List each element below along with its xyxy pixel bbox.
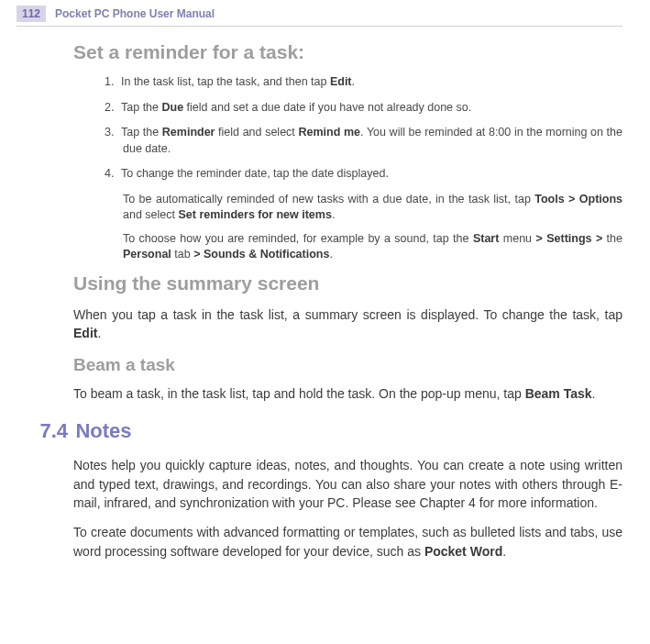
body-notes-2: To create documents with advanced format… <box>73 523 622 561</box>
step-item: 3.Tap the Reminder field and select Remi… <box>123 125 622 157</box>
extra-note: To be automatically reminded of new task… <box>123 192 622 224</box>
step-num: 1. <box>105 74 121 91</box>
step-item: 4.To change the reminder date, tap the d… <box>123 166 622 183</box>
step-item: 1.In the task list, tap the task, and th… <box>123 74 622 91</box>
steps-list: 1.In the task list, tap the task, and th… <box>123 74 622 183</box>
body-notes-1: Notes help you quickly capture ideas, no… <box>73 456 622 512</box>
step-num: 3. <box>105 125 121 141</box>
page-header: 112 Pocket PC Phone User Manual <box>17 0 622 27</box>
heading-beam-task: Beam a task <box>73 355 622 375</box>
page-content: Set a reminder for a task: 1.In the task… <box>0 27 650 561</box>
step-text: Tap the Due field and set a due date if … <box>121 101 471 114</box>
body-summary-screen: When you tap a task in the task list, a … <box>73 305 622 343</box>
step-text: Tap the Reminder field and select Remind… <box>121 126 622 155</box>
step-num: 2. <box>105 100 121 117</box>
extra-note: To choose how you are reminded, for exam… <box>123 231 622 263</box>
book-title: Pocket PC Phone User Manual <box>55 7 215 20</box>
section-heading-notes: 7.4 Notes <box>73 419 622 443</box>
step-item: 2.Tap the Due field and set a due date i… <box>123 100 622 117</box>
step-num: 4. <box>105 166 121 183</box>
heading-summary-screen: Using the summary screen <box>73 272 622 294</box>
section-title: Notes <box>75 419 131 442</box>
step-text: To change the reminder date, tap the dat… <box>121 167 389 180</box>
body-beam-task: To beam a task, in the task list, tap an… <box>73 384 622 403</box>
step-text: In the task list, tap the task, and then… <box>121 75 355 88</box>
section-number: 7.4 <box>26 419 68 443</box>
page-number: 112 <box>17 6 46 22</box>
heading-set-reminder: Set a reminder for a task: <box>73 41 622 63</box>
